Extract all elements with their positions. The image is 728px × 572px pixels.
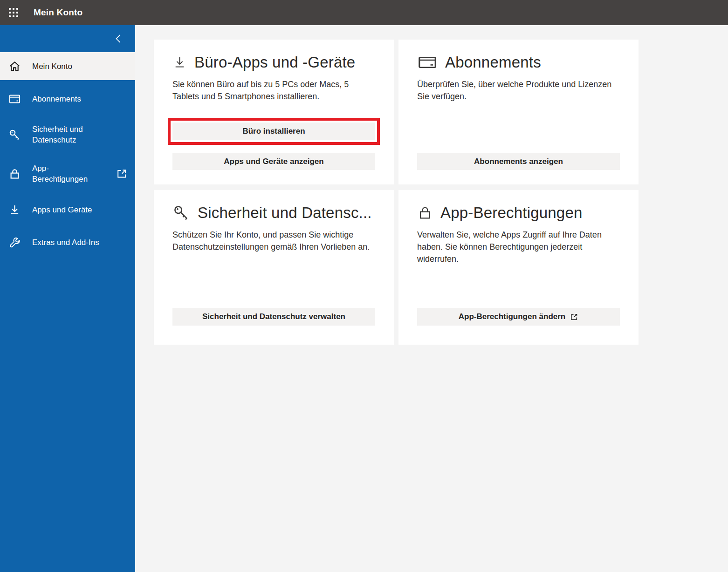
lock-icon: [8, 168, 21, 180]
card-title: Sicherheit und Datensc...: [198, 204, 372, 222]
download-icon: [172, 54, 187, 71]
card-header: Sicherheit und Datensc...: [154, 190, 394, 222]
home-icon: [8, 60, 21, 73]
chevron-left-icon: [113, 33, 125, 45]
sidebar-nav: Mein Konto Abonnements Sicherheit und Da…: [0, 52, 135, 256]
card-title: Abonnements: [445, 54, 541, 71]
lock-icon: [417, 204, 433, 222]
card-header: Abonnements: [398, 40, 639, 71]
card-description: Überprüfen Sie, über welche Produkte und…: [417, 78, 620, 102]
key-icon: [8, 129, 21, 141]
key-icon: [172, 204, 190, 222]
card-header: Büro-Apps und -Geräte: [154, 40, 394, 71]
card-header: App-Berechtigungen: [398, 190, 639, 222]
external-link-icon: [570, 313, 578, 321]
buero-installieren-button[interactable]: Büro installieren: [172, 123, 375, 140]
sidebar-item-mein-konto[interactable]: Mein Konto: [0, 52, 135, 80]
sidebar-item-label: App-Berechtigungen: [32, 163, 100, 184]
card-title: Büro-Apps und -Geräte: [194, 54, 355, 71]
sidebar-item-label: Sicherheit und Datenschutz: [32, 124, 100, 145]
credit-card-icon: [8, 93, 21, 105]
sidebar-item-sicherheit-datenschutz[interactable]: Sicherheit und Datenschutz: [0, 117, 135, 152]
credit-card-icon: [417, 54, 438, 71]
sidebar-item-apps-und-geraete[interactable]: Apps und Geräte: [0, 196, 135, 224]
sidebar-item-label: Apps und Geräte: [32, 204, 100, 215]
abonnements-anzeigen-button[interactable]: Abonnements anzeigen: [417, 153, 620, 170]
wrench-icon: [8, 236, 21, 249]
card-sicherheit-datenschutz: Sicherheit und Datensc... Schützen Sie I…: [154, 190, 394, 345]
external-link-icon: [116, 168, 128, 180]
sidebar-item-abonnements[interactable]: Abonnements: [0, 85, 135, 113]
waffle-icon: [9, 8, 18, 17]
sidebar-item-label: Extras und Add-Ins: [32, 237, 100, 248]
card-title: App-Berechtigungen: [440, 204, 582, 222]
top-app-bar: Mein Konto: [0, 0, 728, 25]
sidebar-item-label: Mein Konto: [32, 61, 100, 72]
button-label: App-Berechtigungen ändern: [459, 312, 566, 321]
app-berechtigungen-aendern-button[interactable]: App-Berechtigungen ändern: [417, 308, 620, 326]
card-app-berechtigungen: App-Berechtigungen Verwalten Sie, welche…: [398, 190, 639, 345]
sidebar-collapse-row: [0, 25, 135, 52]
sidebar-item-app-berechtigungen[interactable]: App-Berechtigungen: [0, 157, 135, 191]
app-title: Mein Konto: [34, 7, 82, 18]
app-launcher-button[interactable]: [0, 0, 27, 25]
download-icon: [8, 204, 21, 216]
cards-grid: Büro-Apps und -Geräte Sie können Büro au…: [154, 40, 728, 345]
card-description: Verwalten Sie, welche Apps Zugriff auf I…: [417, 229, 620, 265]
card-buero-apps-geraete: Büro-Apps und -Geräte Sie können Büro au…: [154, 40, 394, 184]
highlight-annotation-box: Büro installieren: [168, 118, 380, 145]
sidebar-collapse-button[interactable]: [112, 32, 126, 46]
card-abonnements: Abonnements Überprüfen Sie, über welche …: [398, 40, 639, 184]
main-content: Büro-Apps und -Geräte Sie können Büro au…: [135, 25, 728, 572]
card-description: Schützen Sie Ihr Konto, und passen Sie w…: [172, 229, 375, 253]
card-description: Sie können Büro auf bis zu 5 PCs oder Ma…: [172, 78, 375, 102]
apps-geraete-anzeigen-button[interactable]: Apps und Geräte anzeigen: [172, 153, 375, 170]
sidebar-item-extras-addins[interactable]: Extras und Add-Ins: [0, 228, 135, 256]
sidebar: Mein Konto Abonnements Sicherheit und Da…: [0, 25, 135, 572]
sidebar-item-label: Abonnements: [32, 94, 100, 104]
sicherheit-datenschutz-verwalten-button[interactable]: Sicherheit und Datenschutz verwalten: [172, 308, 375, 326]
